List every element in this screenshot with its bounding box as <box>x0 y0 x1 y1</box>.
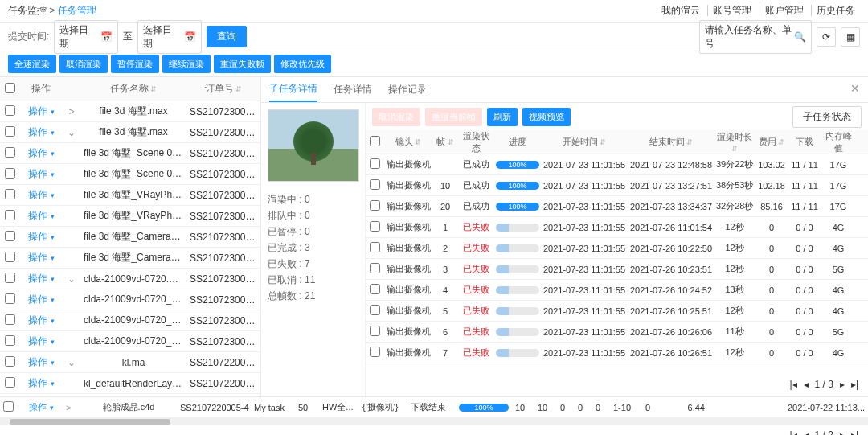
grid-view-icon[interactable]: ▦ <box>841 27 860 47</box>
subtask-row[interactable]: 输出摄像机 10 已成功 100% 2021-07-23 11:01:55 20… <box>366 175 868 196</box>
table-row[interactable]: 操作 kl_defaultRenderLayer.ma SS2107220017… <box>0 373 260 394</box>
table-row[interactable]: 操作 clda-21009vd-0720_UV输... SS2107230006… <box>0 289 260 310</box>
col-camera[interactable]: 镜头 <box>383 136 433 148</box>
tab-subtask-detail[interactable]: 子任务详情 <box>269 77 317 102</box>
row-checkbox[interactable] <box>5 273 15 283</box>
row-checkbox[interactable] <box>5 210 15 220</box>
action-3[interactable]: 继续渲染 <box>162 55 211 73</box>
subrow-checkbox[interactable] <box>370 179 380 190</box>
close-icon[interactable]: ✕ <box>850 82 860 95</box>
row-checkbox[interactable] <box>5 252 15 262</box>
row-checkbox[interactable] <box>5 126 15 137</box>
row-op[interactable]: 操作 <box>19 293 63 306</box>
subrow-checkbox[interactable] <box>370 242 380 252</box>
table-row[interactable]: 操作 file 3d 海墅_Scene 002.max SS2107230006… <box>0 164 260 185</box>
row-op[interactable]: 操作 <box>19 167 63 181</box>
action-2[interactable]: 暂停渲染 <box>111 55 159 73</box>
row-op[interactable]: 操作 <box>19 314 63 327</box>
expand-icon[interactable]: ⌄ <box>63 357 80 368</box>
row-op[interactable]: 操作 <box>19 146 63 160</box>
subtask-status-button[interactable]: 子任务状态 <box>792 106 862 128</box>
col-cost[interactable]: 费用 <box>755 136 788 148</box>
table-row[interactable]: 操作 > file 3d 海墅.max SS21072300062... <box>0 101 260 122</box>
cancel-render-button[interactable]: 取消渲染 <box>372 108 420 126</box>
table-row[interactable]: 操作 file 3d 海墅_Camera001.m... SS210723000… <box>0 248 260 269</box>
main-pager-last-icon[interactable]: ▸| <box>851 429 858 435</box>
select-all-checkbox[interactable] <box>5 83 15 93</box>
col-duration[interactable]: 渲染时长 <box>714 131 755 153</box>
subtask-row[interactable]: 输出摄像机 已成功 100% 2021-07-23 11:01:55 2021-… <box>366 154 868 175</box>
date-from-input[interactable]: 选择日期📅 <box>54 20 118 54</box>
action-4[interactable]: 重渲失败帧 <box>214 55 271 73</box>
breadcrumb-root[interactable]: 任务监控 <box>8 5 47 16</box>
row-op[interactable]: 操作 <box>19 251 63 265</box>
action-0[interactable]: 全速渲染 <box>8 55 56 73</box>
subrow-checkbox[interactable] <box>370 221 380 232</box>
row-checkbox[interactable] <box>5 189 15 199</box>
row-op[interactable]: 操作 <box>19 188 63 202</box>
pager-first-icon[interactable]: |◂ <box>789 379 796 390</box>
table-row[interactable]: 操作 ⌄ clda-21009vd-0720.c4d SS21072300062… <box>0 269 260 289</box>
subtask-row[interactable]: 输出摄像机 5 已失败 2021-07-23 11:01:55 2021-07-… <box>366 301 868 322</box>
expand-icon[interactable]: ⌄ <box>63 127 80 138</box>
video-preview-button[interactable]: 视频预览 <box>522 108 571 126</box>
row-op[interactable]: 操作 <box>19 355 63 369</box>
row-op[interactable]: 操作 <box>19 209 63 223</box>
link-history[interactable]: 历史任务 <box>811 5 860 16</box>
subtask-row[interactable]: 输出摄像机 6 已失败 2021-07-23 11:01:55 2021-07-… <box>366 322 868 343</box>
row-op[interactable]: 操作 <box>19 125 63 139</box>
table-row[interactable]: 操作 clda-21009vd-0720_输出摄... SS2107230006… <box>0 331 260 352</box>
main-pager-prev-icon[interactable]: ◂ <box>804 429 809 435</box>
search-input[interactable]: 请输入任务名称、单号🔍 <box>699 20 812 54</box>
row-op[interactable]: 操作 <box>19 230 63 244</box>
summary-op[interactable]: 操作 <box>19 401 63 413</box>
link-billing[interactable]: 账户管理 <box>760 5 809 16</box>
row-op[interactable]: 操作 <box>19 376 63 390</box>
tab-operation-log[interactable]: 操作记录 <box>388 78 427 101</box>
row-checkbox[interactable] <box>5 293 15 304</box>
sub-select-all-checkbox[interactable] <box>370 136 380 146</box>
subtask-row[interactable]: 输出摄像机 20 已成功 100% 2021-07-23 11:01:55 20… <box>366 196 868 217</box>
refresh-icon[interactable]: ⟳ <box>817 27 836 47</box>
col-name[interactable]: 任务名称 <box>80 82 186 96</box>
row-checkbox[interactable] <box>5 377 15 388</box>
col-end[interactable]: 结束时间 <box>628 136 714 148</box>
tab-task-detail[interactable]: 任务详情 <box>334 78 372 101</box>
pager-last-icon[interactable]: ▸| <box>851 379 858 390</box>
table-row[interactable]: 操作 ⌄ file 3d 海墅.max SS21072300062... <box>0 122 260 143</box>
subrow-checkbox[interactable] <box>370 263 380 273</box>
action-1[interactable]: 取消渲染 <box>59 55 108 73</box>
row-checkbox[interactable] <box>5 105 15 116</box>
main-pager-first-icon[interactable]: |◂ <box>789 429 796 435</box>
link-myxrender[interactable]: 我的渲云 <box>657 5 705 16</box>
pager-next-icon[interactable]: ▸ <box>840 379 845 390</box>
subtask-row[interactable]: 输出摄像机 3 已失败 2021-07-23 11:01:55 2021-07-… <box>366 259 868 280</box>
row-checkbox[interactable] <box>5 231 15 241</box>
subrow-checkbox[interactable] <box>370 284 380 294</box>
query-button[interactable]: 查询 <box>207 26 247 47</box>
row-checkbox[interactable] <box>5 356 15 367</box>
table-row[interactable]: 操作 file 3d 海墅_Scene 002_GZ... SS21072300… <box>0 143 260 164</box>
main-pager-next-icon[interactable]: ▸ <box>840 429 845 435</box>
subrow-checkbox[interactable] <box>370 347 380 357</box>
refresh-button[interactable]: 刷新 <box>487 108 518 126</box>
row-op[interactable]: 操作 <box>19 272 63 285</box>
table-row[interactable]: 操作 file 3d 海墅_Camera001_G... SS210723000… <box>0 227 260 248</box>
table-row[interactable]: 操作 ⌄ kl.ma SS21072200178... <box>0 352 260 373</box>
expand-icon[interactable]: ⌄ <box>63 273 80 285</box>
action-5[interactable]: 修改优先级 <box>274 55 331 73</box>
col-frame[interactable]: 帧 <box>433 136 457 148</box>
table-row[interactable]: 操作 clda-21009vd-0720_摄像机... SS2107230006… <box>0 310 260 331</box>
subtask-row[interactable]: 输出摄像机 2 已失败 2021-07-23 11:01:55 2021-07-… <box>366 238 868 259</box>
table-row[interactable]: 操作 file 3d 海墅_VRayPhysical... SS21072300… <box>0 206 260 227</box>
subrow-checkbox[interactable] <box>370 158 380 169</box>
summary-checkbox[interactable] <box>3 401 14 412</box>
subrow-checkbox[interactable] <box>370 200 380 211</box>
link-account[interactable]: 账号管理 <box>707 5 756 16</box>
pager-prev-icon[interactable]: ◂ <box>804 379 809 390</box>
table-row[interactable]: 操作 kl_defaultRenderLayer1.ma SS210722001… <box>0 394 260 396</box>
subrow-checkbox[interactable] <box>370 305 380 315</box>
row-checkbox[interactable] <box>5 314 15 325</box>
summary-expand-icon[interactable]: > <box>63 403 80 412</box>
row-checkbox[interactable] <box>5 168 15 179</box>
